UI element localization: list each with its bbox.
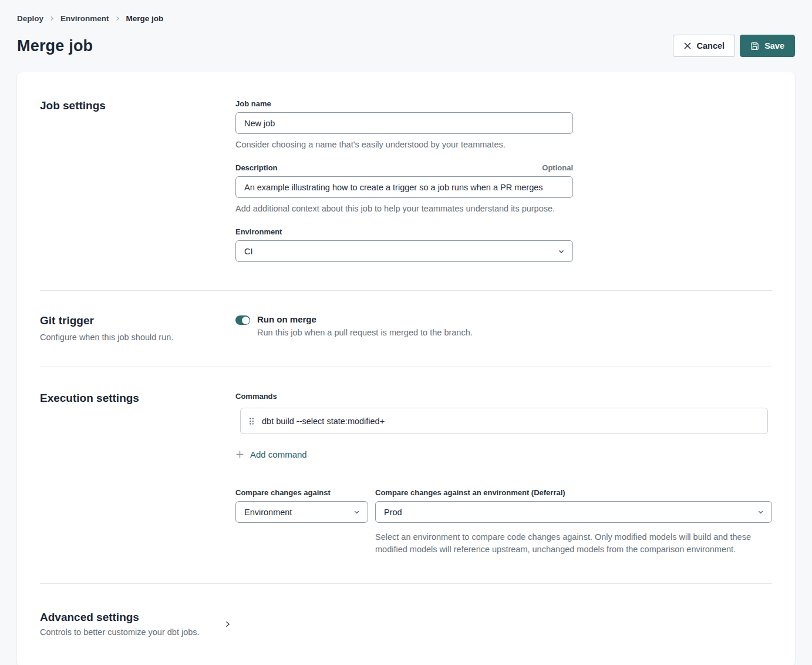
section-execution-settings: Execution settings Commands dbt build --…	[40, 367, 772, 583]
environment-select[interactable]: CI	[235, 240, 573, 262]
job-settings-title: Job settings	[40, 99, 235, 112]
git-trigger-content: Run on merge Run this job when a pull re…	[235, 314, 772, 342]
drag-handle-icon[interactable]	[249, 417, 254, 425]
save-button[interactable]: Save	[740, 35, 795, 57]
run-on-merge-text: Run on merge Run this job when a pull re…	[257, 314, 473, 337]
add-command-label: Add command	[250, 449, 307, 459]
run-on-merge-help: Run this job when a pull request is merg…	[257, 328, 473, 337]
compare-changes-select[interactable]: Environment	[235, 501, 368, 523]
advanced-settings-title: Advanced settings	[40, 611, 224, 624]
merge-job-page: Deploy Environment Merge job Merge job C…	[0, 0, 812, 665]
description-label: Description	[235, 163, 278, 172]
git-trigger-title: Git trigger	[40, 314, 235, 327]
floppy-disk-icon	[750, 42, 759, 51]
run-on-merge-label: Run on merge	[257, 314, 473, 324]
command-input[interactable]: dbt build --select state:modified+	[262, 417, 385, 426]
plus-icon	[235, 450, 244, 459]
toggle-knob	[242, 317, 250, 324]
description-field-group: Description Optional Add additional cont…	[235, 163, 573, 213]
execution-settings-heading-col: Execution settings	[40, 392, 235, 555]
job-name-field-group: Job name Consider choosing a name that's…	[235, 99, 573, 149]
job-name-help: Consider choosing a name that's easily u…	[235, 140, 573, 149]
breadcrumb-merge-job: Merge job	[126, 14, 164, 23]
compare-changes-label: Compare changes against	[235, 488, 331, 497]
optional-badge: Optional	[542, 163, 573, 172]
execution-settings-content: Commands dbt build --select state:modifi…	[235, 392, 772, 555]
header-actions: Cancel Save	[673, 35, 795, 57]
git-trigger-subtitle: Configure when this job should run.	[40, 332, 235, 342]
job-settings-form: Job name Consider choosing a name that's…	[235, 99, 772, 262]
chevron-right-icon	[49, 16, 55, 21]
execution-settings-title: Execution settings	[40, 392, 235, 405]
breadcrumb-deploy[interactable]: Deploy	[17, 14, 43, 23]
description-help: Add additional context about this job to…	[235, 204, 573, 213]
environment-label: Environment	[235, 227, 282, 236]
page-title: Merge job	[17, 37, 93, 55]
job-name-input[interactable]	[235, 112, 573, 134]
x-icon	[683, 42, 692, 50]
job-settings-card: Job settings Job name Consider choosing …	[17, 72, 795, 665]
advanced-settings-subtitle: Controls to better customize your dbt jo…	[40, 627, 224, 637]
page-header: Merge job Cancel Save	[17, 35, 795, 57]
environment-field-group: Environment CI	[235, 227, 573, 262]
compare-row: Compare changes against Environment Comp…	[235, 488, 772, 555]
deferral-select[interactable]: Prod	[375, 501, 772, 523]
section-git-trigger: Git trigger Configure when this job shou…	[40, 291, 772, 367]
add-command-button[interactable]: Add command	[235, 449, 307, 459]
advanced-settings-text: Advanced settings Controls to better cus…	[40, 611, 224, 637]
chevron-right-icon[interactable]	[224, 620, 231, 628]
run-on-merge-row: Run on merge Run this job when a pull re…	[235, 314, 772, 337]
deferral-select-value: Prod	[384, 508, 402, 517]
job-settings-heading-col: Job settings	[40, 99, 235, 262]
command-row: dbt build --select state:modified+	[240, 408, 768, 434]
breadcrumb: Deploy Environment Merge job	[17, 14, 795, 23]
cancel-button-label: Cancel	[697, 41, 725, 51]
compare-changes-select-value: Environment	[244, 508, 292, 517]
run-on-merge-toggle[interactable]	[235, 315, 250, 325]
job-name-label: Job name	[235, 99, 271, 108]
deferral-help: Select an environment to compare code ch…	[375, 531, 754, 555]
breadcrumb-environment[interactable]: Environment	[60, 14, 109, 23]
compare-changes-field-group: Compare changes against Environment	[235, 488, 368, 555]
chevron-down-icon	[353, 509, 360, 515]
git-trigger-heading-col: Git trigger Configure when this job shou…	[40, 314, 235, 342]
save-button-label: Save	[764, 41, 784, 51]
chevron-down-icon	[558, 248, 565, 255]
chevron-right-icon	[115, 16, 120, 21]
deferral-label: Compare changes against an environment (…	[375, 488, 565, 497]
deferral-field-group: Compare changes against an environment (…	[375, 488, 772, 555]
chevron-down-icon	[757, 509, 764, 515]
description-input[interactable]	[235, 176, 573, 198]
section-job-settings: Job settings Job name Consider choosing …	[40, 85, 772, 290]
section-advanced-settings[interactable]: Advanced settings Controls to better cus…	[40, 584, 772, 637]
cancel-button[interactable]: Cancel	[673, 35, 736, 57]
environment-select-value: CI	[244, 247, 253, 256]
commands-label: Commands	[235, 392, 772, 401]
